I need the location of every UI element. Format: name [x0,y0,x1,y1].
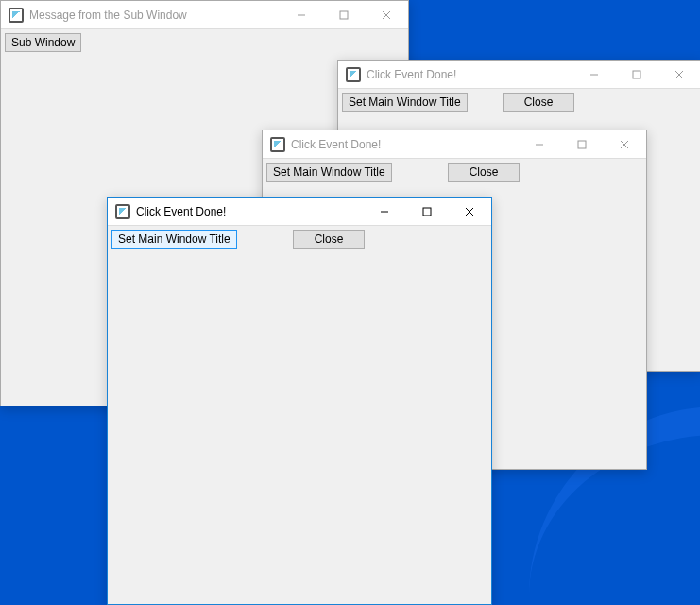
app-icon [270,137,285,152]
minimize-button[interactable] [572,60,615,88]
app-icon [9,8,24,23]
titlebar-sub-a[interactable]: Click Event Done! [338,60,700,89]
minimize-button[interactable] [518,130,560,158]
minimize-icon [535,140,544,149]
window-title: Click Event Done! [136,205,226,218]
titlebar-sub-c[interactable]: Click Event Done! [108,198,491,226]
minimize-icon [589,70,599,79]
minimize-button[interactable] [280,1,322,28]
close-icon [620,140,629,149]
set-main-window-title-button[interactable]: Set Main Window Title [342,93,468,112]
close-icon [465,207,474,216]
app-icon [346,67,361,82]
maximize-icon [577,140,587,149]
close-button[interactable]: Close [293,230,365,249]
svg-rect-1 [340,11,348,19]
titlebar-main[interactable]: Message from the Sub Window [1,1,408,29]
titlebar-sub-b[interactable]: Click Event Done! [263,130,646,159]
minimize-button[interactable] [363,198,405,225]
svg-rect-5 [633,71,640,78]
maximize-icon [339,10,349,20]
sub-window-c-body: Set Main Window Title Close [108,226,491,604]
window-controls [518,130,646,158]
maximize-button[interactable] [405,198,448,225]
close-window-button[interactable] [657,60,700,88]
minimize-icon [380,207,389,216]
window-controls [363,198,491,225]
close-window-button[interactable] [448,198,491,225]
close-button[interactable]: Close [503,93,574,112]
maximize-icon [632,70,641,79]
close-button[interactable]: Close [448,163,520,182]
window-title: Click Event Done! [291,138,381,151]
close-window-button[interactable] [365,1,408,28]
sub-window-c-active: Click Event Done! Set Main Window Title … [107,197,492,605]
window-title: Click Event Done! [367,68,456,81]
maximize-button[interactable] [615,60,657,88]
maximize-button[interactable] [560,130,603,158]
close-window-button[interactable] [603,130,646,158]
close-icon [674,70,684,79]
svg-rect-9 [578,141,586,148]
minimize-icon [297,10,306,20]
window-controls [280,1,408,28]
sub-window-button[interactable]: Sub Window [5,33,81,52]
app-icon [115,204,130,219]
set-main-window-title-button[interactable]: Set Main Window Title [266,163,392,182]
window-title: Message from the Sub Window [29,9,187,22]
svg-rect-13 [423,208,431,216]
close-icon [382,10,391,20]
window-controls [572,60,700,88]
maximize-icon [422,207,432,216]
set-main-window-title-button[interactable]: Set Main Window Title [111,230,237,249]
maximize-button[interactable] [322,1,365,28]
